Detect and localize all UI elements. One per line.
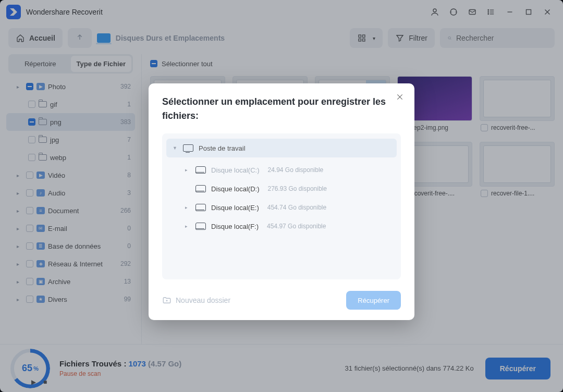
- chevron-icon: ▸: [185, 205, 190, 210]
- disk-row[interactable]: ▸Disque local(E:)454.74 Go disponible: [164, 198, 399, 217]
- location-root-label: Poste de travail: [199, 144, 246, 152]
- disk-icon: [195, 185, 206, 192]
- disk-name: Disque local(E:): [211, 204, 259, 212]
- dialog-title: Sélectionner un emplacement pour enregis…: [162, 95, 401, 123]
- disk-free: 454.74 Go disponible: [267, 204, 326, 211]
- location-root[interactable]: ▼ Poste de travail: [166, 139, 397, 157]
- modal-overlay: Sélectionner un emplacement pour enregis…: [0, 0, 563, 392]
- disk-free: 24.94 Go disponible: [267, 166, 323, 174]
- disk-name: Disque local(D:): [211, 185, 259, 193]
- computer-icon: [183, 144, 193, 152]
- disk-icon: [195, 223, 206, 230]
- chevron-down-icon: ▼: [173, 145, 178, 151]
- disk-icon: [195, 166, 206, 174]
- disk-name: Disque local(F:): [211, 223, 259, 230]
- disk-icon: [195, 204, 206, 211]
- disk-free: 276.93 Go disponible: [267, 185, 326, 192]
- save-location-dialog: Sélectionner un emplacement pour enregis…: [149, 83, 414, 320]
- folder-plus-icon: [162, 296, 172, 305]
- disk-row[interactable]: ▸Disque local(F:)454.97 Go disponible: [164, 217, 399, 236]
- disk-name: Disque local(C:): [211, 166, 259, 174]
- new-folder-button[interactable]: Nouveau dossier: [162, 296, 230, 305]
- new-folder-label: Nouveau dossier: [176, 296, 230, 304]
- dialog-close-button[interactable]: [394, 91, 406, 103]
- disk-free: 454.97 Go disponible: [267, 223, 326, 230]
- dialog-recover-button[interactable]: Récupérer: [346, 291, 401, 310]
- chevron-icon: ▸: [185, 224, 190, 229]
- chevron-icon: ▸: [185, 167, 190, 173]
- disk-row: ▸Disque local(C:)24.94 Go disponible: [164, 161, 399, 179]
- disk-row[interactable]: Disque local(D:)276.93 Go disponible: [164, 179, 399, 198]
